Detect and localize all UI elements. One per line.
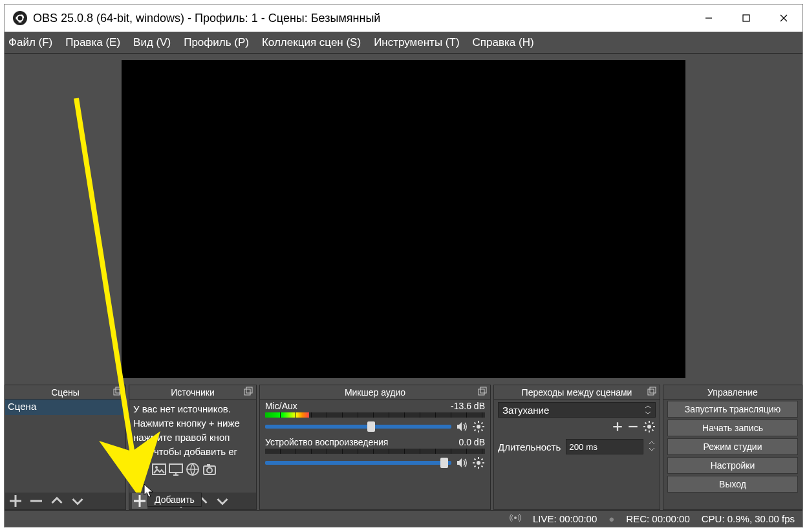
svg-rect-10 — [246, 387, 252, 393]
svg-rect-20 — [480, 387, 486, 393]
move-scene-down-button[interactable] — [70, 493, 85, 509]
caret-icon — [645, 405, 651, 417]
remove-scene-button[interactable] — [28, 493, 44, 509]
speaker-icon[interactable] — [455, 456, 468, 469]
popout-icon[interactable] — [243, 387, 253, 397]
svg-point-12 — [155, 466, 158, 469]
minimize-button[interactable] — [690, 5, 727, 32]
mixer-output-slider[interactable] — [265, 461, 451, 465]
add-scene-button[interactable] — [8, 493, 23, 509]
add-source-tooltip: Добавить — [147, 493, 202, 507]
close-button[interactable] — [765, 5, 802, 32]
remove-transition-button[interactable] — [627, 421, 639, 434]
svg-rect-24 — [650, 387, 656, 393]
exit-button[interactable]: Выход — [667, 476, 798, 493]
docks-row: Сцены Сцена Источники У вас нет источник… — [5, 385, 802, 510]
transition-duration-input[interactable] — [566, 439, 643, 454]
svg-rect-23 — [648, 389, 654, 395]
image-icon — [151, 462, 167, 479]
transition-settings-button[interactable] — [643, 420, 656, 435]
menu-tools[interactable]: Инструменты (T) — [374, 36, 459, 49]
transitions-title: Переходы между сценами — [522, 387, 632, 398]
audio-mixer-dock: Микшер аудио Mic/Aux -13.6 dB — [259, 385, 491, 510]
controls-dock: Управление Запустить трансляцию Начать з… — [663, 385, 802, 510]
broadcast-icon — [510, 512, 521, 526]
svg-rect-13 — [169, 464, 182, 473]
svg-rect-9 — [244, 389, 250, 395]
popout-icon[interactable] — [647, 387, 657, 397]
menu-help[interactable]: Справка (H) — [473, 36, 534, 49]
camera-icon — [202, 462, 217, 479]
transition-select[interactable]: Затухание — [498, 402, 656, 418]
gear-icon[interactable] — [472, 456, 485, 469]
popout-icon[interactable] — [113, 387, 123, 397]
mixer-channel-output: Устройство воспроизведения 0.0 dB — [260, 436, 490, 472]
transition-duration-label: Длительность — [498, 442, 561, 452]
sources-dock: Источники У вас нет источников. Нажмите … — [129, 385, 257, 510]
window-title: OBS 25.0.8 (64-bit, windows) - Профиль: … — [33, 12, 690, 25]
svg-rect-17 — [207, 464, 210, 466]
svg-rect-4 — [743, 15, 749, 21]
obs-app-icon — [12, 10, 28, 26]
settings-button[interactable]: Настройки — [667, 457, 798, 474]
move-source-down-button[interactable] — [215, 493, 230, 509]
live-status: LIVE: 00:00:00 — [533, 513, 597, 524]
svg-point-16 — [207, 468, 212, 473]
gear-icon[interactable] — [472, 420, 485, 433]
titlebar: OBS 25.0.8 (64-bit, windows) - Профиль: … — [5, 5, 802, 32]
mixer-channel-mic: Mic/Aux -13.6 dB — [260, 399, 490, 436]
start-streaming-button[interactable]: Запустить трансляцию — [667, 401, 798, 418]
menu-file[interactable]: Файл (F) — [8, 36, 52, 49]
mixer-output-db: 0.0 dB — [459, 437, 485, 447]
sources-hint-icons — [129, 462, 256, 479]
svg-point-2 — [18, 16, 23, 21]
scenes-toolbar — [5, 493, 125, 509]
start-recording-button[interactable]: Начать запись — [667, 420, 798, 436]
window-controls — [690, 5, 802, 32]
sources-title: Источники — [171, 387, 215, 398]
scenes-dock: Сцены Сцена — [5, 385, 126, 510]
menu-profile[interactable]: Профиль (P) — [184, 36, 249, 49]
cpu-status: CPU: 0.9%, 30.00 fps — [702, 513, 795, 524]
mixer-mic-db: -13.6 dB — [451, 401, 485, 411]
menu-edit[interactable]: Правка (E) — [65, 36, 120, 49]
menubar: Файл (F) Правка (E) Вид (V) Профиль (P) … — [5, 32, 802, 54]
menu-view[interactable]: Вид (V) — [133, 36, 171, 49]
speaker-icon[interactable] — [455, 420, 468, 433]
add-source-button[interactable] — [132, 493, 147, 509]
app-window: OBS 25.0.8 (64-bit, windows) - Профиль: … — [4, 4, 803, 527]
add-transition-button[interactable] — [612, 421, 623, 434]
maximize-button[interactable] — [727, 5, 765, 32]
preview-area — [5, 54, 802, 385]
svg-point-22 — [477, 461, 480, 465]
sources-empty-hint: У вас нет источников. Нажмите кнопку + н… — [129, 399, 256, 462]
svg-point-21 — [477, 425, 480, 429]
mixer-output-label: Устройство воспроизведения — [265, 437, 388, 447]
globe-icon — [185, 462, 200, 479]
svg-rect-8 — [116, 387, 122, 393]
studio-mode-button[interactable]: Режим студии — [667, 438, 798, 455]
status-bar: LIVE: 00:00:00 ● REC: 00:00:00 CPU: 0.9%… — [5, 510, 802, 527]
mixer-mic-slider[interactable] — [265, 425, 451, 429]
preview-canvas[interactable] — [122, 60, 685, 378]
vu-meter — [265, 412, 485, 418]
svg-point-25 — [647, 425, 651, 429]
dot-icon: ● — [608, 513, 614, 524]
svg-point-26 — [514, 516, 517, 519]
svg-rect-19 — [479, 389, 484, 395]
scenes-title: Сцены — [51, 387, 80, 398]
mixer-mic-label: Mic/Aux — [265, 401, 297, 411]
mixer-title: Микшер аудио — [345, 387, 405, 398]
rec-status: REC: 00:00:00 — [626, 513, 689, 524]
scene-item[interactable]: Сцена — [5, 399, 125, 415]
menu-scenecol[interactable]: Коллекция сцен (S) — [262, 36, 361, 49]
popout-icon[interactable] — [477, 387, 488, 397]
move-scene-up-button[interactable] — [49, 493, 65, 509]
monitor-icon — [168, 462, 184, 479]
controls-title: Управление — [707, 387, 758, 398]
scene-transitions-dock: Переходы между сценами Затухание Длитель… — [493, 385, 660, 510]
svg-rect-7 — [114, 389, 120, 395]
stepper-icon[interactable] — [649, 440, 655, 454]
vu-meter — [265, 449, 485, 454]
